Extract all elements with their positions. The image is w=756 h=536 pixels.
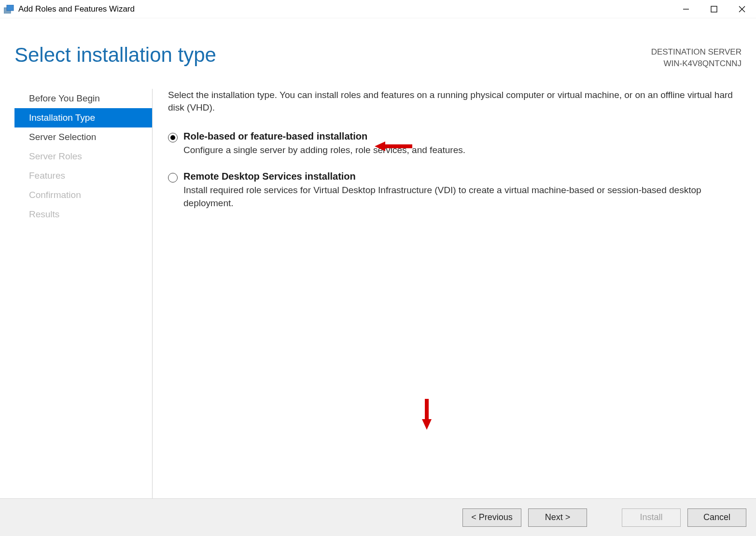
- cancel-button[interactable]: Cancel: [687, 508, 746, 527]
- sidebar-item-features: Features: [14, 166, 152, 185]
- option-body: Remote Desktop Services installation Ins…: [183, 171, 742, 210]
- minimize-button[interactable]: [672, 0, 700, 18]
- option-desc: Configure a single server by adding role…: [183, 144, 742, 157]
- header: Select installation type DESTINATION SER…: [0, 18, 756, 70]
- destination-value: WIN-K4V8QNTCNNJ: [651, 58, 742, 70]
- destination-label: DESTINATION SERVER: [651, 46, 742, 58]
- previous-button[interactable]: < Previous: [462, 508, 521, 527]
- option-desc: Install required role services for Virtu…: [183, 184, 742, 210]
- sidebar-item-label: Server Roles: [29, 151, 82, 162]
- sidebar-item-label: Results: [29, 209, 59, 220]
- window-controls: [672, 0, 756, 18]
- radio-role-based[interactable]: [168, 133, 178, 142]
- intro-text: Select the installation type. You can in…: [168, 89, 742, 114]
- sidebar-item-label: Before You Begin: [29, 93, 100, 104]
- sidebar-item-label: Installation Type: [29, 113, 95, 123]
- next-button[interactable]: Next >: [528, 508, 587, 527]
- option-role-based: Role-based or feature-based installation…: [168, 131, 742, 157]
- page-title: Select installation type: [14, 43, 216, 67]
- option-title[interactable]: Remote Desktop Services installation: [183, 171, 742, 182]
- option-body: Role-based or feature-based installation…: [183, 131, 742, 157]
- svg-rect-3: [711, 6, 717, 12]
- wizard-content: Select the installation type. You can in…: [153, 89, 756, 498]
- sidebar-item-label: Confirmation: [29, 190, 81, 200]
- sidebar-item-installation-type[interactable]: Installation Type: [14, 108, 152, 127]
- sidebar-item-server-selection[interactable]: Server Selection: [14, 127, 152, 147]
- sidebar-item-server-roles: Server Roles: [14, 147, 152, 166]
- wizard-footer: < Previous Next > Install Cancel: [0, 498, 756, 536]
- maximize-button[interactable]: [700, 0, 728, 18]
- wizard-body: Before You Begin Installation Type Serve…: [0, 70, 756, 498]
- sidebar-item-confirmation: Confirmation: [14, 185, 152, 205]
- svg-rect-1: [7, 5, 14, 11]
- sidebar-item-label: Features: [29, 170, 65, 181]
- sidebar-item-results: Results: [14, 205, 152, 224]
- app-icon: [4, 4, 14, 14]
- close-button[interactable]: [728, 0, 756, 18]
- sidebar-item-before-you-begin[interactable]: Before You Begin: [14, 89, 152, 108]
- window-title: Add Roles and Features Wizard: [18, 4, 672, 14]
- install-button: Install: [622, 508, 681, 527]
- destination-server-box: DESTINATION SERVER WIN-K4V8QNTCNNJ: [651, 43, 742, 70]
- titlebar: Add Roles and Features Wizard: [0, 0, 756, 18]
- wizard-steps-sidebar: Before You Begin Installation Type Serve…: [14, 89, 153, 498]
- option-remote-desktop: Remote Desktop Services installation Ins…: [168, 171, 742, 210]
- radio-remote-desktop[interactable]: [168, 173, 178, 183]
- sidebar-item-label: Server Selection: [29, 132, 96, 142]
- option-title[interactable]: Role-based or feature-based installation: [183, 131, 742, 142]
